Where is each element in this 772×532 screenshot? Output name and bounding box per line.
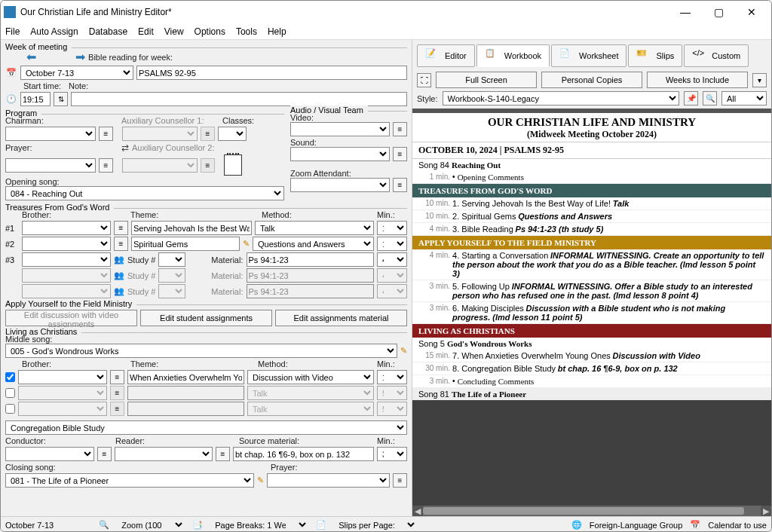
pencil-icon[interactable]: ✎ bbox=[243, 239, 250, 249]
opening-song-select[interactable]: 084 - Reaching Out bbox=[5, 186, 284, 200]
menu-options[interactable]: Options bbox=[195, 26, 225, 37]
reader-menu[interactable]: ≡ bbox=[216, 447, 230, 461]
row1-menu[interactable]: ≡ bbox=[114, 221, 128, 235]
menu-file[interactable]: File bbox=[5, 26, 20, 37]
treasures-theme-label: Theme: bbox=[130, 210, 259, 219]
row2-brother[interactable] bbox=[22, 237, 111, 251]
bible-reading-input[interactable] bbox=[136, 66, 407, 80]
minimize-button[interactable]: — bbox=[669, 1, 702, 23]
living-row1-method[interactable]: Discussion with Video bbox=[247, 370, 374, 384]
closing-prayer-menu[interactable]: ≡ bbox=[393, 473, 407, 488]
cbs-min-select[interactable]: 30 bbox=[377, 447, 407, 461]
close-button[interactable]: ✕ bbox=[735, 1, 768, 23]
living-row1-min[interactable]: 15 bbox=[377, 370, 407, 384]
clock-icon[interactable]: 🕐 bbox=[5, 93, 17, 105]
sound-label: Sound: bbox=[290, 138, 317, 147]
menu-view[interactable]: View bbox=[164, 26, 184, 37]
menu-tools[interactable]: Tools bbox=[236, 26, 257, 37]
row2-method[interactable]: Questions and Answers bbox=[253, 237, 374, 251]
zoom-icon[interactable]: 🔍 bbox=[99, 520, 109, 530]
row2-min[interactable]: 10 bbox=[377, 237, 407, 251]
row1-theme[interactable] bbox=[131, 221, 252, 235]
row2-theme[interactable] bbox=[131, 237, 240, 251]
sound-select[interactable] bbox=[290, 147, 390, 161]
source-input[interactable] bbox=[233, 447, 374, 461]
classes-select[interactable]: 0 bbox=[218, 127, 247, 141]
conductor-select[interactable] bbox=[5, 447, 94, 461]
person-icon[interactable] bbox=[114, 255, 124, 265]
note-input[interactable] bbox=[71, 92, 407, 106]
closing-song-select[interactable]: 081 - The Life of a Pioneer bbox=[5, 473, 254, 488]
personal-copies-button[interactable]: Personal Copies bbox=[541, 72, 642, 88]
globe-icon[interactable]: 🌐 bbox=[571, 520, 582, 530]
fullscreen-icon[interactable]: ⛶ bbox=[417, 73, 431, 87]
tab-workbook[interactable]: 📋Workbook bbox=[476, 44, 550, 67]
status-cal[interactable]: Calendar to use bbox=[708, 521, 767, 530]
row2-menu[interactable]: ≡ bbox=[114, 237, 128, 251]
prev-week-icon[interactable]: ⬅ bbox=[26, 50, 36, 64]
fullscreen-button[interactable]: Full Screen bbox=[436, 72, 537, 88]
study-select[interactable]: 5 bbox=[158, 252, 185, 267]
tab-worksheet[interactable]: 📄Worksheet bbox=[551, 44, 626, 67]
tab-custom[interactable]: </>Custom bbox=[684, 44, 749, 67]
menu-database[interactable]: Database bbox=[89, 26, 127, 37]
living-row2-theme bbox=[127, 386, 244, 400]
living-row1-check[interactable] bbox=[5, 372, 15, 382]
swap-icon[interactable]: ⇄ bbox=[121, 142, 129, 153]
start-time-input[interactable] bbox=[20, 92, 51, 106]
row1-min[interactable]: 10 bbox=[377, 221, 407, 235]
next-week-icon[interactable]: ➡ bbox=[75, 50, 85, 64]
horizontal-scrollbar[interactable]: ◀▶ bbox=[412, 506, 771, 516]
edit-student-button[interactable]: Edit student assignments bbox=[140, 310, 272, 326]
chairman-select[interactable] bbox=[5, 127, 96, 141]
style-select[interactable]: Workbook-S-140-Legacy bbox=[443, 91, 679, 105]
week-select[interactable]: October 7-13 bbox=[20, 66, 133, 80]
status-flg[interactable]: Foreign-Language Group bbox=[590, 521, 683, 530]
notebook-icon[interactable] bbox=[224, 154, 242, 176]
living-row1-menu[interactable]: ≡ bbox=[110, 370, 124, 384]
zoom-select[interactable] bbox=[290, 178, 390, 192]
calendar-status-icon[interactable]: 📅 bbox=[690, 520, 700, 530]
search-icon[interactable]: 🔍 bbox=[703, 91, 717, 105]
menu-autoassign[interactable]: Auto Assign bbox=[30, 26, 78, 37]
weeks-include-button[interactable]: Weeks to Include bbox=[647, 72, 748, 88]
video-select[interactable] bbox=[290, 122, 390, 136]
living-row1-brother[interactable] bbox=[18, 370, 107, 384]
calendar-icon[interactable]: 📅 bbox=[5, 67, 17, 79]
living-row2-check[interactable] bbox=[5, 388, 15, 398]
pencil-icon-3[interactable]: ✎ bbox=[257, 475, 264, 485]
time-spinner[interactable]: ⇅ bbox=[54, 92, 68, 106]
status-zoom[interactable]: Zoom (100%) bbox=[117, 518, 185, 532]
prayer-select[interactable] bbox=[5, 158, 96, 173]
sound-menu[interactable]: ≡ bbox=[393, 147, 407, 161]
prayer-menu[interactable]: ≡ bbox=[99, 158, 113, 173]
tab-slips[interactable]: 🎫Slips bbox=[628, 44, 682, 67]
weeks-dropdown[interactable]: ▾ bbox=[752, 73, 767, 87]
living-row1-theme[interactable] bbox=[127, 370, 244, 384]
middle-song-select[interactable]: 005 - God's Wondrous Works bbox=[5, 344, 397, 358]
video-menu[interactable]: ≡ bbox=[393, 122, 407, 136]
status-slips[interactable]: Slips per Page: 4 bbox=[334, 518, 417, 532]
chairman-menu[interactable]: ≡ bbox=[99, 127, 113, 141]
all-select[interactable]: All bbox=[721, 91, 767, 105]
zoom-menu[interactable]: ≡ bbox=[393, 178, 407, 192]
closing-prayer-select[interactable] bbox=[267, 473, 390, 488]
cbs-select[interactable]: Congregation Bible Study bbox=[5, 420, 407, 435]
reader-select[interactable] bbox=[115, 447, 213, 461]
row1-method[interactable]: Talk bbox=[255, 221, 374, 235]
maximize-button[interactable]: ▢ bbox=[702, 1, 735, 23]
menu-edit[interactable]: Edit bbox=[138, 26, 154, 37]
row3-material[interactable] bbox=[247, 252, 375, 267]
conductor-menu[interactable]: ≡ bbox=[97, 447, 112, 461]
living-row3-check[interactable] bbox=[5, 404, 15, 414]
status-pagebreaks[interactable]: Page Breaks: 1 Week bbox=[210, 518, 308, 532]
row3-min[interactable]: 4 bbox=[377, 252, 407, 267]
menu-help[interactable]: Help bbox=[268, 26, 286, 37]
pin-icon[interactable]: 📌 bbox=[684, 91, 698, 105]
edit-material-button[interactable]: Edit assignments material bbox=[275, 310, 407, 326]
tab-editor[interactable]: 📝Editor bbox=[417, 44, 475, 67]
pencil-icon-2[interactable]: ✎ bbox=[400, 346, 407, 356]
row3c-brother bbox=[22, 284, 111, 298]
row3-brother[interactable] bbox=[22, 252, 111, 267]
row1-brother[interactable] bbox=[22, 221, 111, 235]
